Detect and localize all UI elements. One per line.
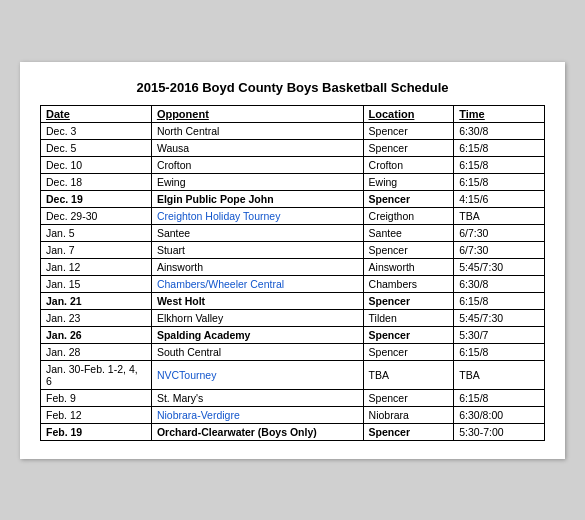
cell-location: Spencer: [363, 241, 454, 258]
cell-time: 6:30/8: [454, 122, 545, 139]
table-row: Feb. 12Niobrara-VerdigreNiobrara6:30/8:0…: [41, 406, 545, 423]
cell-opponent: Niobrara-Verdigre: [151, 406, 363, 423]
table-row: Dec. 5WausaSpencer6:15/8: [41, 139, 545, 156]
table-row: Dec. 18EwingEwing6:15/8: [41, 173, 545, 190]
cell-opponent: St. Mary's: [151, 389, 363, 406]
table-row: Dec. 3North CentralSpencer6:30/8: [41, 122, 545, 139]
table-row: Feb. 9St. Mary'sSpencer6:15/8: [41, 389, 545, 406]
cell-time: 6:30/8:00: [454, 406, 545, 423]
cell-opponent: Wausa: [151, 139, 363, 156]
cell-opponent: South Central: [151, 343, 363, 360]
cell-date: Feb. 19: [41, 423, 152, 440]
cell-location: Spencer: [363, 326, 454, 343]
cell-opponent: Ewing: [151, 173, 363, 190]
cell-location: Creigthon: [363, 207, 454, 224]
cell-date: Dec. 5: [41, 139, 152, 156]
table-row: Jan. 23Elkhorn ValleyTilden5:45/7:30: [41, 309, 545, 326]
cell-time: 5:30-7:00: [454, 423, 545, 440]
cell-location: Spencer: [363, 343, 454, 360]
cell-date: Dec. 10: [41, 156, 152, 173]
header-opponent: Opponent: [151, 105, 363, 122]
cell-opponent: Elkhorn Valley: [151, 309, 363, 326]
header-date: Date: [41, 105, 152, 122]
cell-time: 4:15/6: [454, 190, 545, 207]
table-row: Dec. 19Elgin Public Pope JohnSpencer4:15…: [41, 190, 545, 207]
cell-opponent: Santee: [151, 224, 363, 241]
table-row: Jan. 7StuartSpencer6/7:30: [41, 241, 545, 258]
header-location: Location: [363, 105, 454, 122]
cell-opponent: Spalding Academy: [151, 326, 363, 343]
table-row: Jan. 15Chambers/Wheeler CentralChambers6…: [41, 275, 545, 292]
cell-time: 6/7:30: [454, 241, 545, 258]
cell-location: Niobrara: [363, 406, 454, 423]
cell-opponent: Chambers/Wheeler Central: [151, 275, 363, 292]
cell-date: Jan. 28: [41, 343, 152, 360]
cell-opponent: West Holt: [151, 292, 363, 309]
cell-location: TBA: [363, 360, 454, 389]
table-row: Jan. 30-Feb. 1-2, 4, 6NVCTourneyTBATBA: [41, 360, 545, 389]
cell-time: 5:45/7:30: [454, 258, 545, 275]
header-time: Time: [454, 105, 545, 122]
cell-location: Spencer: [363, 292, 454, 309]
cell-time: 6:30/8: [454, 275, 545, 292]
cell-time: 6:15/8: [454, 173, 545, 190]
table-row: Feb. 19Orchard-Clearwater (Boys Only)Spe…: [41, 423, 545, 440]
cell-location: Spencer: [363, 139, 454, 156]
cell-opponent: Creighton Holiday Tourney: [151, 207, 363, 224]
cell-date: Dec. 18: [41, 173, 152, 190]
cell-date: Dec. 19: [41, 190, 152, 207]
cell-time: 6/7:30: [454, 224, 545, 241]
cell-time: 5:30/7: [454, 326, 545, 343]
table-row: Dec. 10CroftonCrofton6:15/8: [41, 156, 545, 173]
cell-date: Jan. 21: [41, 292, 152, 309]
cell-time: 6:15/8: [454, 156, 545, 173]
cell-date: Jan. 12: [41, 258, 152, 275]
page-title: 2015-2016 Boyd County Boys Basketball Sc…: [40, 80, 545, 95]
cell-time: 6:15/8: [454, 139, 545, 156]
page-container: 2015-2016 Boyd County Boys Basketball Sc…: [20, 62, 565, 459]
cell-location: Ainsworth: [363, 258, 454, 275]
table-row: Jan. 26Spalding AcademySpencer5:30/7: [41, 326, 545, 343]
cell-location: Ewing: [363, 173, 454, 190]
cell-date: Jan. 30-Feb. 1-2, 4, 6: [41, 360, 152, 389]
cell-time: 5:45/7:30: [454, 309, 545, 326]
table-row: Jan. 21West HoltSpencer6:15/8: [41, 292, 545, 309]
cell-location: Tilden: [363, 309, 454, 326]
schedule-body: Dec. 3North CentralSpencer6:30/8Dec. 5Wa…: [41, 122, 545, 440]
cell-date: Feb. 9: [41, 389, 152, 406]
cell-location: Spencer: [363, 122, 454, 139]
cell-time: 6:15/8: [454, 292, 545, 309]
cell-opponent: Crofton: [151, 156, 363, 173]
cell-time: TBA: [454, 360, 545, 389]
cell-opponent: Elgin Public Pope John: [151, 190, 363, 207]
cell-date: Dec. 29-30: [41, 207, 152, 224]
cell-location: Spencer: [363, 423, 454, 440]
cell-opponent: North Central: [151, 122, 363, 139]
cell-time: 6:15/8: [454, 389, 545, 406]
cell-time: TBA: [454, 207, 545, 224]
cell-date: Jan. 5: [41, 224, 152, 241]
cell-location: Spencer: [363, 389, 454, 406]
cell-opponent: NVCTourney: [151, 360, 363, 389]
schedule-table: Date Opponent Location Time Dec. 3North …: [40, 105, 545, 441]
table-row: Dec. 29-30Creighton Holiday TourneyCreig…: [41, 207, 545, 224]
cell-date: Feb. 12: [41, 406, 152, 423]
table-row: Jan. 5SanteeSantee6/7:30: [41, 224, 545, 241]
cell-opponent: Ainsworth: [151, 258, 363, 275]
cell-location: Santee: [363, 224, 454, 241]
table-row: Jan. 12AinsworthAinsworth5:45/7:30: [41, 258, 545, 275]
cell-date: Jan. 23: [41, 309, 152, 326]
cell-time: 6:15/8: [454, 343, 545, 360]
cell-date: Jan. 26: [41, 326, 152, 343]
table-row: Jan. 28South CentralSpencer6:15/8: [41, 343, 545, 360]
cell-location: Spencer: [363, 190, 454, 207]
cell-location: Crofton: [363, 156, 454, 173]
table-header-row: Date Opponent Location Time: [41, 105, 545, 122]
cell-date: Dec. 3: [41, 122, 152, 139]
cell-location: Chambers: [363, 275, 454, 292]
cell-opponent: Orchard-Clearwater (Boys Only): [151, 423, 363, 440]
cell-opponent: Stuart: [151, 241, 363, 258]
cell-date: Jan. 15: [41, 275, 152, 292]
cell-date: Jan. 7: [41, 241, 152, 258]
